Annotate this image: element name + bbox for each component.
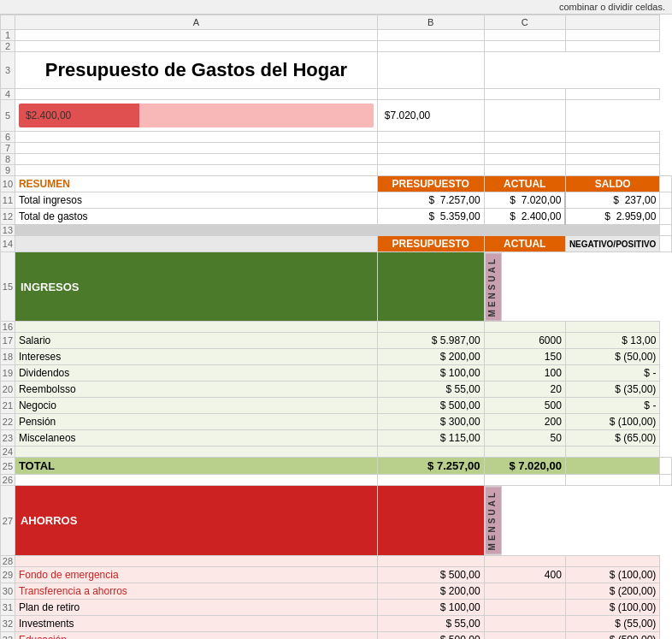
- progress-value-label: $2.400,00: [19, 104, 374, 127]
- progress-bar-cell: $2.400,00: [15, 100, 377, 132]
- row-24: 24: [1, 447, 672, 458]
- col-d-header: [565, 15, 660, 30]
- total-income-label: TOTAL: [15, 458, 377, 475]
- total-gastos-presupuesto: 5.359,00: [440, 210, 480, 222]
- row-30-transferencia: 30 Transferencia a ahorros $ 200,00 $ (2…: [1, 583, 672, 599]
- investments-label: Investments: [15, 615, 377, 631]
- saldo-header: SALDO: [565, 176, 660, 192]
- ahorros-section-label: AHORROS: [15, 486, 377, 555]
- row-14-headers2: 14 PRESUPUESTO ACTUAL NEGATIVO/POSITIVO: [1, 236, 672, 252]
- col-c-header: C: [484, 15, 565, 30]
- total-ingresos-presupuesto: 7.257,00: [440, 194, 480, 206]
- transferencia-label: Transferencia a ahorros: [15, 583, 377, 599]
- row-8: 8: [1, 154, 672, 165]
- col-header-row: A B C: [1, 15, 672, 30]
- col-a-header: A: [15, 15, 377, 30]
- actual-header: ACTUAL: [484, 176, 565, 192]
- corner-cell: [1, 15, 15, 30]
- row-26: 26: [1, 475, 672, 486]
- row-31-plan-retiro: 31 Plan de retiro $ 100,00 $ (100,00): [1, 599, 672, 615]
- row-17-salario: 17 Salario $ 5.987,00 6000 $ 13,00: [1, 333, 672, 349]
- plan-retiro-label: Plan de retiro: [15, 599, 377, 615]
- total-ingresos-saldo-sym: $: [613, 194, 619, 206]
- total-ingresos-actual: 7.020,00: [522, 194, 562, 206]
- mensual-savings: MENSUAL: [485, 486, 502, 554]
- presupuesto-header2: PRESUPUESTO: [377, 236, 484, 252]
- row-18-intereses: 18 Intereses $ 200,00 150 $ (50,00): [1, 349, 672, 365]
- row-13: 13: [1, 225, 672, 236]
- row-11-total-ingresos: 11 Total ingresos $ 7.257,00 $ 7.020,00 …: [1, 192, 672, 209]
- resumen-label: RESUMEN: [15, 176, 377, 192]
- negativo-header: NEGATIVO/POSITIVO: [565, 236, 660, 252]
- ingresos-section-label: INGRESOS: [15, 252, 377, 322]
- negocio-label: Negocio: [15, 398, 377, 414]
- total-ingresos-saldo: 237,00: [625, 194, 657, 206]
- row-16: 16: [1, 322, 672, 333]
- row-7: 7: [1, 143, 672, 154]
- educacion-label: Educación: [15, 631, 377, 639]
- fondo-label: Fondo de emergencia: [15, 566, 377, 583]
- row-33-educacion: 33 Educación $ 500,00 $ (500,00): [1, 631, 672, 639]
- total-ingresos-presupuesto-sym: $: [428, 194, 434, 206]
- total-gastos-actual-sym: $: [510, 210, 516, 222]
- row-23-miscelaneos: 23 Miscelaneos $ 115,00 50 $ (65,00): [1, 430, 672, 447]
- row-32-investments: 32 Investments $ 55,00 $ (55,00): [1, 615, 672, 631]
- row-2: 2: [1, 41, 672, 52]
- row-12-total-gastos: 12 Total de gastos $ 5.359,00 $ 2.400,00…: [1, 209, 672, 225]
- row-4: 4: [1, 89, 672, 100]
- mensual-income: MENSUAL: [485, 252, 502, 321]
- row-15-ingresos-header: 15 INGRESOS MENSUAL: [1, 252, 672, 322]
- row-27-ahorros-header: 27 AHORROS MENSUAL: [1, 486, 672, 555]
- row-6: 6: [1, 132, 672, 143]
- row-9: 9: [1, 165, 672, 176]
- col-b-header: B: [377, 15, 484, 30]
- total-ingresos-actual-sym: $: [510, 194, 516, 206]
- salario-label: Salario: [15, 333, 377, 349]
- ribbon-hint: combinar o dividir celdas.: [0, 0, 672, 15]
- row-22-pension: 22 Pensión $ 300,00 200 $ (100,00): [1, 414, 672, 430]
- intereses-label: Intereses: [15, 349, 377, 365]
- row-21-negocio: 21 Negocio $ 500,00 500 $ -: [1, 398, 672, 414]
- total-ingresos-label: Total ingresos: [15, 192, 377, 209]
- progress-container: $2.400,00: [19, 104, 374, 127]
- presupuesto-header: PRESUPUESTO: [377, 176, 484, 192]
- total-gastos-saldo: 2.959,00: [616, 210, 657, 222]
- reembolsso-label: Reembolsso: [15, 382, 377, 398]
- total-gastos-saldo-sym: $: [604, 210, 610, 222]
- spreadsheet: A B C 1 2 3 Presupuesto de Gastos del Ho…: [0, 15, 672, 639]
- main-title: Presupuesto de Gastos del Hogar: [15, 52, 377, 89]
- row-29-fondo: 29 Fondo de emergencia $ 500,00 400 $ (1…: [1, 566, 672, 583]
- actual-header2: ACTUAL: [484, 236, 565, 252]
- dividendos-label: Dividendos: [15, 365, 377, 382]
- row-5-progress: 5 $2.400,00 $7.020,00: [1, 100, 672, 132]
- row-title: 3 Presupuesto de Gastos del Hogar: [1, 52, 672, 89]
- progress-max-label: $7.020,00: [377, 100, 484, 132]
- total-gastos-presupuesto-sym: $: [428, 210, 434, 222]
- row-28: 28: [1, 555, 672, 566]
- row-10-resumen: 10 RESUMEN PRESUPUESTO ACTUAL SALDO: [1, 176, 672, 192]
- row-20-reembolsso: 20 Reembolsso $ 55,00 20 $ (35,00): [1, 382, 672, 398]
- row-1: 1: [1, 30, 672, 41]
- total-gastos-label: Total de gastos: [15, 209, 377, 225]
- pension-label: Pensión: [15, 414, 377, 430]
- miscelaneos-label: Miscelaneos: [15, 430, 377, 447]
- total-gastos-actual: 2.400,00: [522, 210, 562, 222]
- row-19-dividendos: 19 Dividendos $ 100,00 100 $ -: [1, 365, 672, 382]
- row-25-total: 25 TOTAL $ 7.257,00 $ 7.020,00: [1, 458, 672, 475]
